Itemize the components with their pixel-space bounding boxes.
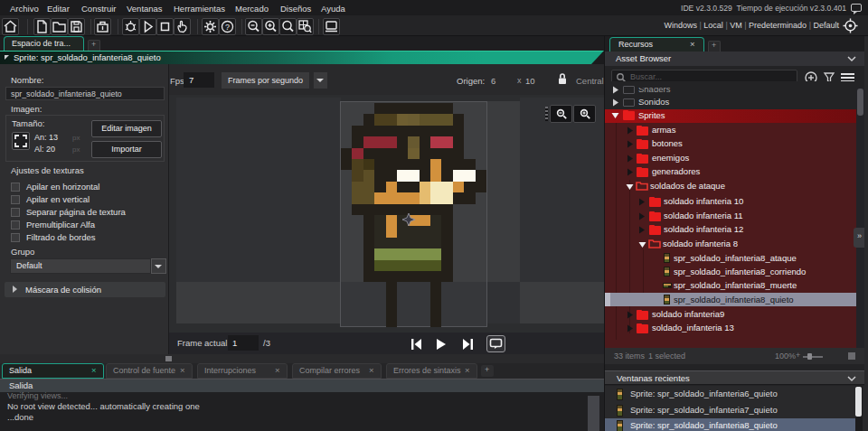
svg-text:?: ? (225, 23, 230, 32)
